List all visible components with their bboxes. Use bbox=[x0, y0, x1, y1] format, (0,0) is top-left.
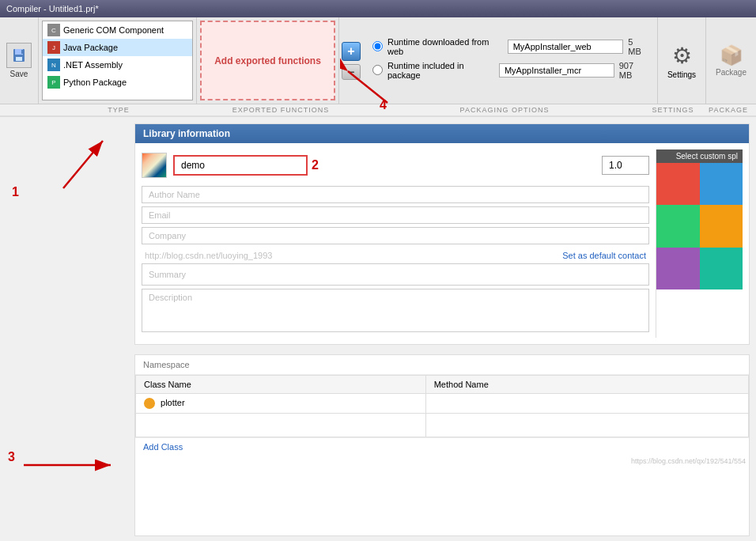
color-block-5 bbox=[656, 248, 700, 289]
net-icon: N bbox=[47, 59, 60, 71]
title-text: Compiler - Untitled1.prj* bbox=[6, 4, 99, 13]
class-table: Class Name Method Name plotter bbox=[135, 375, 749, 437]
slb-empty bbox=[0, 104, 40, 115]
java-icon: J bbox=[47, 41, 60, 54]
author-name-row bbox=[142, 186, 649, 203]
exported-functions-area: Add exported functions bbox=[200, 21, 335, 100]
arrow-2-svg: 2 bbox=[308, 149, 371, 181]
library-icon bbox=[142, 153, 167, 178]
packaging-web-filename[interactable] bbox=[508, 40, 624, 54]
svg-text:1: 1 bbox=[12, 185, 19, 199]
slb-type: TYPE bbox=[40, 104, 198, 115]
table-header-row: Class Name Method Name bbox=[136, 376, 749, 394]
packaging-web-radio[interactable] bbox=[372, 41, 383, 51]
svg-text:3: 3 bbox=[8, 450, 15, 463]
color-block-6 bbox=[700, 248, 743, 289]
bottom-watermark: https://blog.csdn.net/qx/192/541/554 bbox=[135, 456, 749, 467]
main-content: 1 3 Library information bbox=[0, 117, 756, 539]
add-class-label: Add Class bbox=[143, 442, 183, 452]
package-section[interactable]: 📦 Package bbox=[706, 17, 756, 104]
left-annotation: 1 3 bbox=[0, 117, 134, 539]
table-row: plotter bbox=[136, 394, 749, 414]
summary-row bbox=[142, 263, 649, 286]
type-label-generic: Generic COM Component bbox=[63, 25, 164, 35]
class-name-value: plotter bbox=[161, 398, 185, 407]
type-list: C Generic COM Component J Java Package N… bbox=[42, 21, 193, 100]
empty-method-cell bbox=[425, 414, 748, 437]
arrow-3-svg: 3 bbox=[0, 410, 127, 539]
watermark-row: http://blog.csdn.net/luoying_1993 Set as… bbox=[142, 248, 649, 263]
splash-label: Select custom spl bbox=[656, 149, 743, 163]
packaging-section: Runtime downloaded from web 5 MB Runtime… bbox=[363, 17, 658, 104]
company-row bbox=[142, 227, 649, 244]
package-icon: 📦 bbox=[720, 44, 743, 66]
add-class-row[interactable]: Add Class bbox=[135, 437, 749, 456]
save-label: Save bbox=[10, 70, 28, 78]
color-block-3 bbox=[656, 205, 700, 247]
color-block-1 bbox=[656, 163, 700, 205]
type-label-net: .NET Assembly bbox=[63, 60, 123, 70]
watermark-text: http://blog.csdn.net/luoying_1993 bbox=[145, 251, 272, 260]
namespace-row bbox=[135, 355, 749, 375]
slb-exported: EXPORTED FUNCTIONS bbox=[198, 104, 364, 115]
type-section: C Generic COM Component J Java Package N… bbox=[39, 17, 197, 104]
packaging-row-web: Runtime downloaded from web 5 MB bbox=[372, 37, 648, 56]
right-decorative-panel: Select custom spl bbox=[656, 149, 743, 338]
email-row bbox=[142, 206, 649, 224]
type-label-python: Python Package bbox=[63, 78, 127, 87]
type-item-net[interactable]: N .NET Assembly bbox=[43, 56, 192, 74]
default-contact-button[interactable]: Set as default contact bbox=[562, 251, 646, 260]
title-bar: Compiler - Untitled1.prj* bbox=[0, 0, 756, 17]
class-panel: Class Name Method Name plotter bbox=[134, 354, 750, 536]
library-name-input[interactable] bbox=[173, 155, 308, 176]
author-name-input[interactable] bbox=[142, 186, 649, 203]
summary-input[interactable] bbox=[142, 263, 649, 286]
description-row bbox=[142, 289, 649, 335]
color-block-4 bbox=[700, 205, 743, 247]
add-function-button[interactable]: + bbox=[342, 42, 361, 61]
col-class-name: Class Name bbox=[136, 376, 426, 394]
remove-function-button[interactable]: − bbox=[342, 64, 361, 80]
toolbar: Save C Generic COM Component J Java Pack… bbox=[0, 17, 756, 104]
empty-class-cell bbox=[136, 414, 426, 437]
color-block-2 bbox=[700, 163, 743, 205]
svg-line-5 bbox=[63, 141, 103, 188]
svg-rect-3 bbox=[21, 50, 23, 54]
company-input[interactable] bbox=[142, 227, 649, 244]
description-input[interactable] bbox=[142, 289, 649, 332]
email-input[interactable] bbox=[142, 206, 649, 224]
packaging-included-radio[interactable] bbox=[372, 65, 383, 75]
package-label: Package bbox=[716, 68, 747, 77]
python-icon: P bbox=[47, 76, 60, 89]
color-blocks bbox=[656, 163, 743, 289]
settings-label: Settings bbox=[667, 70, 696, 79]
svg-text:2: 2 bbox=[312, 158, 319, 172]
empty-row bbox=[136, 414, 749, 437]
packaging-included-filename[interactable] bbox=[499, 63, 614, 78]
slb-package: PACKAGE bbox=[701, 104, 756, 115]
divider bbox=[134, 348, 756, 354]
slb-packaging: PACKAGING OPTIONS bbox=[364, 104, 645, 115]
packaging-web-label: Runtime downloaded from web bbox=[387, 37, 503, 56]
type-label-java: Java Package bbox=[63, 43, 118, 52]
settings-section[interactable]: ⚙ Settings bbox=[658, 17, 706, 104]
namespace-input[interactable] bbox=[143, 360, 741, 369]
save-icon bbox=[11, 47, 27, 63]
save-section: Save bbox=[0, 17, 39, 104]
packaging-included-label: Runtime included in package bbox=[387, 61, 494, 80]
class-icon bbox=[144, 398, 155, 409]
packaging-row-included: Runtime included in package 907 MB bbox=[372, 61, 648, 80]
packaging-included-size: 907 MB bbox=[619, 61, 648, 80]
version-input[interactable] bbox=[602, 156, 649, 175]
type-item-java[interactable]: J Java Package bbox=[43, 39, 192, 56]
library-header: Library information bbox=[135, 124, 749, 143]
exported-section: Add exported functions bbox=[197, 17, 339, 104]
settings-icon: ⚙ bbox=[672, 43, 692, 69]
slb-settings: SETTINGS bbox=[645, 104, 701, 115]
save-button[interactable] bbox=[6, 43, 32, 68]
type-item-generic[interactable]: C Generic COM Component bbox=[43, 21, 192, 39]
type-item-python[interactable]: P Python Package bbox=[43, 74, 192, 91]
library-body: 2 bbox=[135, 143, 749, 344]
packaging-web-size: 5 MB bbox=[628, 37, 648, 56]
library-panel: Library information 2 bbox=[134, 123, 750, 345]
